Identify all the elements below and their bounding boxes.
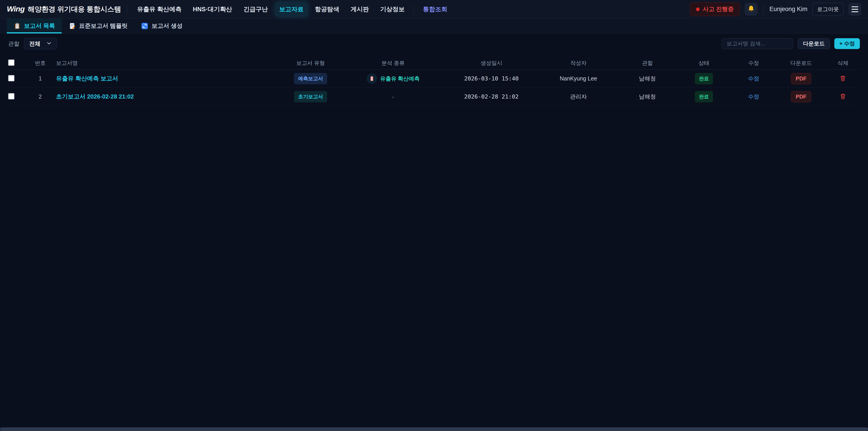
memo-icon bbox=[68, 22, 76, 30]
oil-drum-icon bbox=[367, 73, 377, 84]
tab-label: 보고서 목록 bbox=[24, 22, 55, 30]
select-all-checkbox[interactable] bbox=[8, 59, 14, 66]
row-edit-link[interactable]: 수정 bbox=[748, 75, 759, 82]
report-name-link[interactable]: 유출유 확산예측 보고서 bbox=[56, 75, 118, 82]
menu-button[interactable] bbox=[848, 3, 861, 16]
jurisdiction-select[interactable]: 전체 bbox=[24, 38, 57, 49]
trash-icon bbox=[839, 75, 846, 82]
author-name: 관리자 bbox=[539, 93, 618, 100]
created-datetime: 2026-03-10 15:40 bbox=[444, 75, 539, 82]
analysis-type-empty: - bbox=[392, 94, 394, 100]
tab-label: 보고서 생성 bbox=[151, 22, 182, 30]
app-logo: Wing bbox=[7, 4, 25, 13]
row-select-checkbox[interactable] bbox=[8, 75, 14, 81]
horizontal-scrollbar[interactable] bbox=[0, 427, 868, 431]
author-name: NanKyung Lee bbox=[539, 75, 618, 82]
column-header-edit: 수정 bbox=[731, 59, 776, 67]
tab-standard-template[interactable]: 표준보고서 템플릿 bbox=[62, 19, 134, 33]
column-header-download: 다운로드 bbox=[776, 59, 826, 67]
report-name-link[interactable]: 초기보고서 2026-02-28 21:02 bbox=[56, 93, 134, 100]
column-header-author: 작성자 bbox=[539, 59, 618, 67]
status-badge: 완료 bbox=[695, 73, 713, 84]
incident-badge-label: 사고 진행중 bbox=[703, 5, 734, 13]
tab-report-list[interactable]: 보고서 목록 bbox=[7, 19, 62, 33]
jurisdiction-value: 남해청 bbox=[618, 93, 677, 100]
filter-bar: 관할 전체 다운로드 + 수정 bbox=[0, 33, 868, 53]
main-nav: 유출유 확산예측 HNS·대기확산 긴급구난 보고자료 항공탐색 게시판 기상정… bbox=[133, 2, 690, 17]
tab-report-create[interactable]: 보고서 생성 bbox=[134, 19, 189, 33]
report-type-badge: 초기보고서 bbox=[294, 91, 327, 102]
analysis-type-label: 유출유 확산예측 bbox=[380, 75, 420, 82]
download-button[interactable]: 다운로드 bbox=[798, 38, 830, 49]
trash-icon bbox=[839, 93, 846, 100]
column-header-no: 번호 bbox=[24, 59, 56, 67]
bell-icon bbox=[747, 5, 755, 13]
nav-item-board[interactable]: 게시판 bbox=[346, 2, 373, 17]
pdf-download-button[interactable]: PDF bbox=[791, 73, 811, 84]
app-brand: Wing 해양환경 위기대응 통합시스템 bbox=[7, 4, 121, 14]
jurisdiction-value: 남해청 bbox=[618, 75, 677, 82]
incident-status-badge: 사고 진행중 bbox=[690, 2, 740, 16]
nav-item-hns-air-diffusion[interactable]: HNS·대기확산 bbox=[189, 2, 236, 17]
report-search-input[interactable] bbox=[722, 38, 793, 49]
column-header-delete: 삭제 bbox=[826, 59, 860, 67]
nav-item-reports[interactable]: 보고자료 bbox=[275, 2, 308, 17]
pdf-download-button[interactable]: PDF bbox=[791, 91, 811, 102]
column-header-analysis: 분석 종류 bbox=[342, 59, 444, 67]
refresh-icon bbox=[141, 22, 148, 30]
column-header-name: 보고서명 bbox=[56, 59, 279, 67]
jurisdiction-selected-value: 전체 bbox=[29, 40, 40, 48]
divider bbox=[763, 4, 764, 14]
row-select-checkbox[interactable] bbox=[8, 93, 14, 99]
column-header-created: 생성일시 bbox=[444, 59, 539, 67]
report-table: 번호 보고서명 보고서 유형 분석 종류 생성일시 작성자 관할 상태 수정 다… bbox=[0, 53, 868, 106]
divider bbox=[127, 4, 127, 14]
chevron-down-icon bbox=[46, 40, 52, 47]
jurisdiction-filter-label: 관할 bbox=[8, 40, 20, 48]
edit-button[interactable]: + 수정 bbox=[834, 38, 860, 49]
row-number: 2 bbox=[24, 93, 56, 100]
column-header-jurisdiction: 관할 bbox=[618, 59, 677, 67]
row-number: 1 bbox=[24, 75, 56, 82]
nav-item-aerial-search[interactable]: 항공탐색 bbox=[311, 2, 343, 17]
row-edit-link[interactable]: 수정 bbox=[748, 93, 759, 100]
table-row: 1 유출유 확산예측 보고서 예측보고서 유출유 확산예측 2026-03-10… bbox=[8, 70, 860, 88]
nav-item-oil-spill-prediction[interactable]: 유출유 확산예측 bbox=[133, 2, 186, 17]
logout-button[interactable]: 로그아웃 bbox=[812, 3, 844, 16]
incident-dot-icon bbox=[696, 7, 700, 11]
user-name: Eunjeong Kim bbox=[770, 6, 807, 13]
delete-button[interactable] bbox=[839, 93, 846, 100]
top-bar: Wing 해양환경 위기대응 통합시스템 유출유 확산예측 HNS·대기확산 긴… bbox=[0, 0, 868, 19]
top-right-controls: 사고 진행중 Eunjeong Kim 로그아웃 bbox=[690, 2, 861, 16]
report-tabs: 보고서 목록 표준보고서 템플릿 보고서 생성 bbox=[0, 19, 868, 33]
nav-item-integrated-search[interactable]: 통합조회 bbox=[419, 2, 452, 17]
table-header-row: 번호 보고서명 보고서 유형 분석 종류 생성일시 작성자 관할 상태 수정 다… bbox=[8, 57, 860, 70]
nav-item-weather-info[interactable]: 기상정보 bbox=[376, 2, 409, 17]
delete-button[interactable] bbox=[839, 75, 846, 82]
status-badge: 완료 bbox=[695, 91, 713, 102]
nav-item-emergency-rescue[interactable]: 긴급구난 bbox=[239, 2, 272, 17]
report-type-badge: 예측보고서 bbox=[294, 73, 327, 84]
created-datetime: 2026-02-28 21:02 bbox=[444, 93, 539, 100]
scrollbar-thumb[interactable] bbox=[0, 427, 868, 431]
app-title: 해양환경 위기대응 통합시스템 bbox=[28, 4, 121, 14]
hamburger-icon bbox=[851, 6, 858, 12]
column-header-status: 상태 bbox=[677, 59, 731, 67]
table-row: 2 초기보고서 2026-02-28 21:02 초기보고서 - 2026-02… bbox=[8, 88, 860, 106]
tab-label: 표준보고서 템플릿 bbox=[79, 22, 127, 30]
notifications-button[interactable] bbox=[745, 3, 757, 16]
analysis-type: 유출유 확산예측 bbox=[367, 73, 420, 84]
clipboard-icon bbox=[13, 22, 21, 30]
column-header-type: 보고서 유형 bbox=[279, 59, 342, 67]
